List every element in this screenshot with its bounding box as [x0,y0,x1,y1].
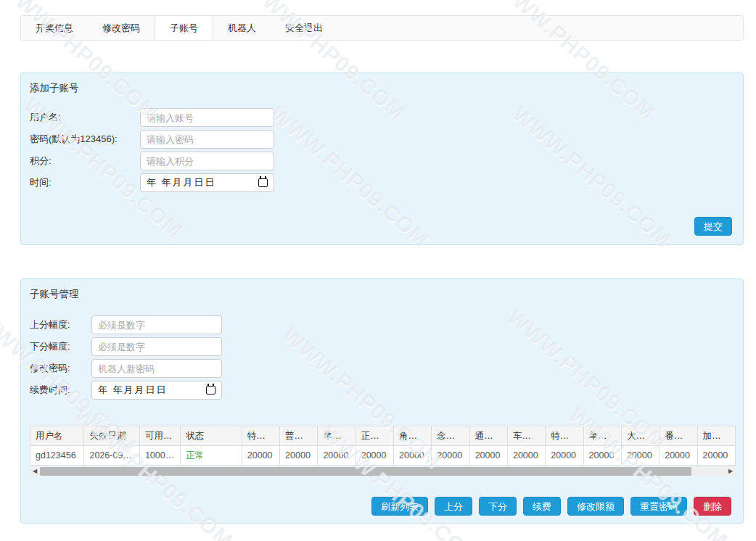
cell-limit: 20000 [318,446,356,466]
date-value: 年 年月月日日 [98,381,168,400]
col-header: 正限额 [356,426,393,446]
add-points-button[interactable]: 上分 [435,497,472,516]
tab-lottery-info[interactable]: 开奖信息 [21,16,88,40]
new-password-label: 修改密码: [30,359,70,378]
panel-title: 子账号管理 [30,288,79,301]
date-value: 年 年月月日日 [147,173,216,192]
points-label: 积分: [30,152,52,170]
col-header: 失效日期 [84,426,139,446]
col-header: 加限额 [697,426,735,446]
scroll-right-arrow-icon[interactable]: ▶ [726,466,736,476]
table-header-row: 用户名 失效日期 可用积分 状态 特限额 普通限额 单场总... 正限额 角限额… [30,426,736,446]
tab-logout[interactable]: 安全退出 [271,16,337,40]
username-input[interactable] [140,108,274,127]
col-header: 单双限额 [583,426,621,446]
add-subaccount-panel: 添加子账号 用户名: 密码(默认为123456): 积分: 时间: 年 年月月日… [20,73,744,245]
col-header: 用户名 [30,426,84,446]
calendar-icon[interactable] [206,386,215,395]
cell-limit: 20000 [469,446,507,466]
deduct-points-label: 下分幅度: [30,337,70,356]
deduct-points-button[interactable]: 下分 [479,497,517,516]
delete-button[interactable]: 删除 [694,497,731,516]
renew-time-date-input[interactable]: 年 年月月日日 [91,381,222,400]
cell-limit: 20000 [356,446,393,466]
col-header: 特限额 [242,426,279,446]
manage-subaccount-panel: 子账号管理 上分幅度: 下分幅度: 修改密码: 续费时间: 年 年月月日日 [20,278,744,524]
points-input[interactable] [140,152,274,170]
table-row[interactable]: gd123456 2026-09-24 10000... 正常 20000 20… [30,446,736,466]
cell-limit: 20000 [280,446,318,466]
modify-limits-button[interactable]: 修改限额 [567,497,624,516]
col-header: 车限额 [507,426,545,446]
submit-button[interactable]: 提交 [694,217,732,236]
cell-limit: 20000 [660,446,697,466]
col-header: 大小限额 [621,426,659,446]
refresh-list-button[interactable]: 刷新列表 [371,497,428,516]
cell-limit: 20000 [242,446,279,466]
top-nav: 开奖信息 修改密码 子账号 机器人 安全退出 [20,15,744,41]
cell-limit: 20000 [546,446,583,466]
horizontal-scrollbar[interactable]: ◀ ▶ [30,466,736,476]
col-header: 可用积分 [139,426,180,446]
password-label: 密码(默认为123456): [30,130,118,149]
scroll-left-arrow-icon[interactable]: ◀ [30,466,40,476]
action-buttons: 刷新列表 上分 下分 续费 修改限额 重置密码 删除 [371,497,731,516]
new-password-input[interactable] [91,359,222,378]
tab-change-password[interactable]: 修改密码 [88,16,155,40]
tab-robot[interactable]: 机器人 [213,16,271,40]
col-header: 特限额 [546,426,583,446]
renew-button[interactable]: 续费 [523,497,561,516]
time-date-input[interactable]: 年 年月月日日 [140,173,274,192]
cell-limit: 20000 [507,446,545,466]
col-header: 普通限额 [280,426,318,446]
time-label: 时间: [30,173,52,192]
cell-limit: 20000 [697,446,735,466]
cell-username: gd123456 [30,446,84,466]
username-label: 用户名: [30,108,61,127]
panel-title: 添加子账号 [30,82,79,95]
col-header: 番限额 [660,426,697,446]
cell-points: 10000... [139,446,180,466]
deduct-points-input[interactable] [91,337,222,356]
col-header: 念限额 [432,426,469,446]
col-header: 状态 [181,426,242,446]
tab-sub-account[interactable]: 子账号 [155,16,213,40]
cell-limit: 20000 [394,446,432,466]
col-header: 单场总... [318,426,356,446]
reset-password-button[interactable]: 重置密码 [630,497,687,516]
col-header: 通限额 [469,426,507,446]
cell-limit: 20000 [621,446,659,466]
renew-time-label: 续费时间: [30,381,70,400]
cell-limit: 20000 [583,446,621,466]
cell-status: 正常 [181,446,242,466]
add-points-label: 上分幅度: [30,315,70,334]
cell-expiry: 2026-09-24 [84,446,139,466]
scrollbar-thumb[interactable] [40,467,691,476]
scrollbar-track[interactable] [40,466,726,476]
cell-limit: 20000 [432,446,469,466]
subaccount-table: 用户名 失效日期 可用积分 状态 特限额 普通限额 单场总... 正限额 角限额… [30,426,736,466]
col-header: 角限额 [394,426,432,446]
password-input[interactable] [140,130,274,149]
calendar-icon[interactable] [258,178,268,187]
add-points-input[interactable] [91,315,222,334]
